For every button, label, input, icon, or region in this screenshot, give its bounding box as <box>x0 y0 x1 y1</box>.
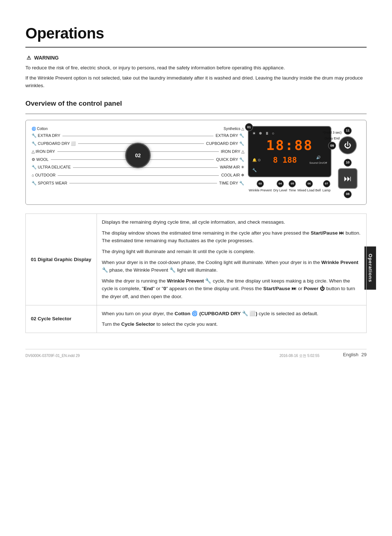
content-02-p2: Turn the Cycle Selector to select the cy… <box>102 320 361 328</box>
snowflake-icon: ❄ <box>259 130 262 137</box>
table-row-02: 02 Cycle Selector When you turn on your … <box>26 305 367 333</box>
content-01-p5: While the dryer is running the Wrinkle P… <box>102 277 361 301</box>
warning-label: WARNING <box>34 54 59 62</box>
warning-text-1: To reduce the risk of fire, electric sho… <box>25 64 367 72</box>
btn-label-04: 04 Dry Level <box>273 180 287 193</box>
language-label: English <box>343 351 359 358</box>
sound-label: Sound On/Off <box>309 161 327 165</box>
btn-label-07: 07 Lamp <box>322 180 331 193</box>
sun-icon: ☀ <box>252 130 256 137</box>
synthetics-label: Synthetics △ <box>224 126 244 131</box>
footer-date: 2016-08-16 오전 5:02:55 <box>279 353 319 358</box>
badge-04: 04 <box>277 180 284 187</box>
display-top-icons: ☀ ❄ ⏸ ○ <box>252 130 327 137</box>
btn-label-03: 03 Wrinkle Prevent <box>249 180 271 193</box>
content-01: Displays the remaining drying cycle time… <box>97 214 366 305</box>
info-table: 01 Digital Graphic Display Displays the … <box>25 214 367 333</box>
sub-icons-left: 🔔 ⊙ <box>252 157 261 163</box>
wrinkle-prevent-icon: 🔧 <box>252 167 327 173</box>
section-divider <box>25 114 367 114</box>
startpause-btn-group: 10 ⏭ 08 <box>338 159 358 198</box>
warning-text-2: If the Wrinkle Prevent option is not sel… <box>25 74 367 90</box>
control-panel-diagram: 🌀 Cotton Synthetics △ 🔧 EXTRA DRY EXTRA … <box>25 120 367 205</box>
table-row-01: 01 Digital Graphic Display Displays the … <box>26 214 367 305</box>
delay-end-area: *(Hold 3 sec) Delay End 09 <box>323 130 342 150</box>
footer-divider <box>25 349 367 349</box>
badge-10: 10 <box>344 159 352 167</box>
warning-title: ⚠ WARNING <box>25 54 367 62</box>
cycle-row-outdoor: ⌂ OUTDOOR COOL AIR ❄ <box>32 172 244 179</box>
label-02: 02 Cycle Selector <box>26 305 97 333</box>
page-number: 29 <box>362 351 367 358</box>
startpause-button[interactable]: ⏭ <box>338 168 358 189</box>
badge-07: 07 <box>323 180 330 187</box>
content-02: When you turn on your dryer, the Cotton … <box>97 305 366 333</box>
cycle-top-labels: 🌀 Cotton Synthetics △ <box>32 126 244 131</box>
badge-09: 09 <box>328 142 336 150</box>
display-sub-row: 🔔 ⊙ 8 188 🔊 Sound On/Off <box>252 154 327 166</box>
pause-icon: ⏸ <box>265 130 269 137</box>
display-panel-container: 01 ☀ ❄ ⏸ ○ 18:88 🔔 ⊙ 8 188 <box>248 126 331 199</box>
display-main-digits: 18:88 <box>252 138 327 153</box>
content-01-p4: When your dryer is in the cool-down phas… <box>102 259 361 274</box>
warning-icon: ⚠ <box>25 55 32 61</box>
title-divider <box>25 47 367 48</box>
btn-label-06: 06 Mixed Load Bell <box>298 180 321 193</box>
warning-block: ⚠ WARNING To reduce the risk of fire, el… <box>25 54 367 90</box>
cycle-selector-knob[interactable]: 02 <box>125 143 151 168</box>
content-01-p1: Displays the remaining drying cycle time… <box>102 218 361 226</box>
content-01-p3: The drying light will illuminate and rem… <box>102 248 361 256</box>
badge-05: 05 <box>289 180 296 187</box>
delay-end-label: *(Hold 3 sec) <box>323 130 342 135</box>
cycle-list-panel: 🌀 Cotton Synthetics △ 🔧 EXTRA DRY EXTRA … <box>32 126 244 199</box>
display-sub-digits: 8 188 <box>273 154 297 166</box>
badge-11: 11 <box>344 127 352 135</box>
footer-file: DV6000K-03709F-01_EN.indd 29 <box>25 353 80 358</box>
badge-06: 06 <box>306 180 313 187</box>
cotton-label: 🌀 Cotton <box>32 126 48 131</box>
cycle-row-sports-wear: 🔧 SPORTS WEAR TIME DRY 🔧 <box>32 180 244 187</box>
bottom-button-labels: 03 Wrinkle Prevent 04 Dry Level 05 Time … <box>248 180 331 193</box>
label-01: 01 Digital Graphic Display <box>26 214 97 305</box>
page-title: Operations <box>25 22 367 45</box>
content-02-p1: When you turn on your dryer, the Cotton … <box>102 310 361 318</box>
badge-01: 01 <box>245 123 253 131</box>
speaker-icon: 🔊 <box>316 155 320 160</box>
sound-area: 🔊 Sound On/Off <box>309 155 327 165</box>
section-heading: Overview of the control panel <box>25 98 367 109</box>
page-footer: English 29 <box>343 351 367 358</box>
content-01-p2: The display window shows the estimated t… <box>102 229 361 245</box>
badge-03: 03 <box>257 180 264 187</box>
delay-end-text: Delay End <box>324 136 340 141</box>
btn-label-05: 05 Time <box>289 180 296 193</box>
badge-08: 08 <box>344 190 352 198</box>
cycle-row-extra-dry: 🔧 EXTRA DRY EXTRA DRY 🔧 <box>32 132 244 139</box>
circle-icon: ○ <box>272 130 274 137</box>
cycle-selector-number: 02 <box>135 152 141 159</box>
